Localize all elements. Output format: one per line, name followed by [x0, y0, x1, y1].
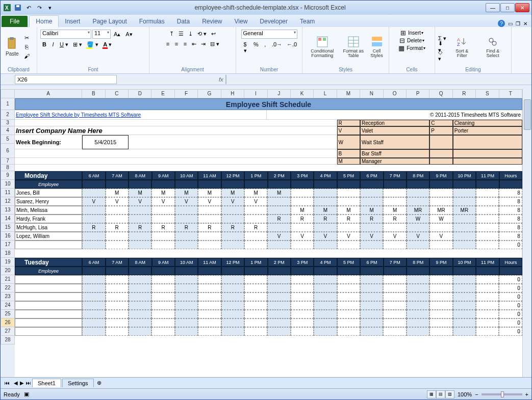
time-header[interactable]: 11 PM — [476, 258, 499, 266]
emp-header-blank[interactable] — [82, 180, 105, 189]
row-header[interactable]: 11 — [1, 189, 15, 197]
shift-cell[interactable] — [383, 301, 406, 310]
shift-cell[interactable] — [337, 310, 360, 318]
shift-cell[interactable]: R — [360, 215, 383, 223]
decrease-indent-icon[interactable]: ⇤ — [190, 40, 198, 48]
shift-cell[interactable] — [383, 318, 406, 327]
row-header[interactable]: 6 — [1, 144, 15, 158]
shift-cell[interactable]: M — [129, 189, 151, 197]
shift-cell[interactable]: R — [267, 215, 290, 223]
legend-label[interactable]: Cleaning — [453, 120, 522, 126]
currency-icon[interactable]: $ ▾ — [239, 40, 251, 55]
time-header[interactable]: 9 PM — [429, 258, 452, 266]
paste-button[interactable]: Paste — [4, 37, 21, 58]
shift-cell[interactable]: R — [383, 215, 406, 223]
time-header[interactable]: 8 PM — [407, 171, 429, 180]
shift-cell[interactable] — [476, 292, 499, 301]
scrollbar-thumb[interactable] — [524, 99, 531, 130]
shift-cell[interactable] — [82, 284, 105, 292]
shift-cell[interactable] — [407, 197, 429, 206]
fx-icon[interactable]: fx — [219, 76, 223, 83]
time-header[interactable]: 8 PM — [407, 258, 429, 266]
shift-cell[interactable]: V — [244, 197, 267, 206]
shift-cell[interactable] — [337, 197, 360, 206]
shift-cell[interactable] — [82, 241, 105, 249]
shift-cell[interactable] — [407, 292, 429, 301]
shift-cell[interactable] — [314, 197, 337, 206]
sheet-tab-settings[interactable]: Settings — [62, 379, 94, 387]
shift-cell[interactable] — [476, 310, 499, 318]
shift-cell[interactable]: V — [151, 197, 174, 206]
shift-cell[interactable] — [453, 275, 476, 284]
shift-cell[interactable]: M — [198, 189, 221, 197]
comma-icon[interactable]: , — [261, 40, 269, 55]
shift-cell[interactable] — [476, 189, 499, 197]
shift-cell[interactable] — [360, 275, 383, 284]
shift-cell[interactable]: R — [129, 223, 151, 232]
shift-cell[interactable] — [151, 318, 174, 327]
emp-header-blank[interactable] — [129, 180, 151, 189]
shift-cell[interactable] — [453, 318, 476, 327]
legend-label[interactable]: Wait Staff — [360, 135, 429, 149]
shift-cell[interactable] — [429, 318, 452, 327]
time-header[interactable]: 11 AM — [198, 171, 221, 180]
shift-cell[interactable] — [337, 223, 360, 232]
employee-name[interactable]: Minh, Melissa — [15, 206, 82, 215]
shift-cell[interactable] — [221, 284, 244, 292]
shift-cell[interactable]: R — [198, 223, 221, 232]
hours-header[interactable]: Hours — [499, 258, 522, 266]
time-header[interactable]: 9 PM — [429, 171, 452, 180]
legend-code[interactable] — [429, 149, 452, 158]
column-header[interactable]: F — [175, 89, 198, 98]
row-header[interactable]: 28 — [1, 336, 15, 344]
italic-button[interactable]: I — [49, 40, 57, 49]
time-header[interactable]: 2 PM — [268, 171, 291, 180]
shift-cell[interactable] — [453, 327, 476, 336]
hours-cell[interactable]: 8 — [499, 223, 522, 232]
wrap-text-icon[interactable]: ↩ — [209, 30, 218, 38]
shift-cell[interactable] — [337, 301, 360, 310]
shift-cell[interactable] — [360, 241, 383, 249]
time-header[interactable]: 5 PM — [337, 171, 360, 180]
shift-cell[interactable] — [244, 292, 267, 301]
emp-header-blank[interactable] — [476, 266, 499, 275]
emp-header-blank[interactable] — [129, 266, 151, 275]
column-header[interactable]: G — [198, 89, 221, 98]
zoom-level[interactable]: 100% — [458, 391, 472, 397]
shift-cell[interactable] — [429, 275, 452, 284]
shift-cell[interactable] — [453, 301, 476, 310]
shift-cell[interactable]: V — [82, 197, 105, 206]
shift-cell[interactable] — [106, 232, 129, 241]
shift-cell[interactable]: M — [106, 189, 129, 197]
shift-cell[interactable] — [175, 318, 198, 327]
legend-code[interactable]: B — [337, 149, 360, 158]
shift-cell[interactable] — [106, 206, 129, 215]
row-header[interactable]: 16 — [1, 232, 15, 241]
help-icon[interactable]: ? — [498, 20, 505, 27]
spacer[interactable] — [15, 249, 522, 258]
legend-code[interactable] — [429, 135, 452, 149]
shift-cell[interactable] — [82, 318, 105, 327]
shift-cell[interactable] — [267, 301, 290, 310]
shift-cell[interactable] — [151, 327, 174, 336]
align-center-icon[interactable]: ≡ — [172, 40, 181, 48]
shift-cell[interactable] — [429, 301, 452, 310]
shift-cell[interactable]: M — [244, 189, 267, 197]
hours-cell[interactable]: 0 — [499, 292, 522, 301]
decrease-decimal-icon[interactable]: ←.0 — [285, 40, 299, 55]
shift-cell[interactable] — [314, 292, 337, 301]
emp-header-blank[interactable] — [198, 180, 221, 189]
shift-cell[interactable] — [129, 241, 151, 249]
close-workbook-icon[interactable]: ✕ — [523, 21, 527, 26]
shift-cell[interactable]: V — [429, 232, 452, 241]
emp-header-blank[interactable] — [453, 266, 476, 275]
shift-cell[interactable]: MR — [429, 206, 452, 215]
emp-header-blank[interactable] — [499, 180, 522, 189]
column-header[interactable]: D — [129, 89, 151, 98]
shift-cell[interactable] — [360, 284, 383, 292]
shift-cell[interactable] — [407, 327, 429, 336]
delete-cells-button[interactable]: Delete — [407, 38, 422, 43]
shift-cell[interactable] — [267, 197, 290, 206]
shift-cell[interactable] — [175, 310, 198, 318]
zoom-in-icon[interactable]: + — [525, 391, 528, 397]
